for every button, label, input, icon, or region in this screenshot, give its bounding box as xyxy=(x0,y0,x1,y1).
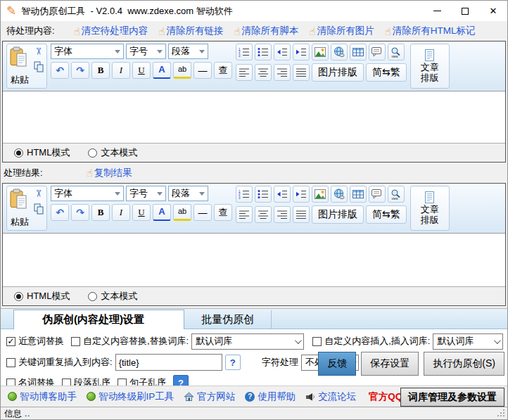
paste-button[interactable]: 粘贴 ✂ xyxy=(6,186,47,231)
tab-batch-pseudo-original[interactable]: 批量伪原创 xyxy=(184,310,272,329)
execute-pseudo-original-button[interactable]: 执行伪原创(S) xyxy=(424,352,504,376)
align-right-button[interactable] xyxy=(274,64,291,81)
custom-insert-checkbox[interactable] xyxy=(312,337,322,346)
font-color-button[interactable]: A xyxy=(153,62,171,79)
image-layout-button[interactable]: 图片排版 xyxy=(312,63,364,82)
replace-dict-combo[interactable]: 默认词库 xyxy=(191,333,304,350)
maximize-button[interactable] xyxy=(451,1,479,21)
bullet-list-button[interactable] xyxy=(255,186,272,203)
synonym-replace-checkbox[interactable] xyxy=(6,337,15,346)
custom-replace-label: 自定义内容替换,替换词库: xyxy=(83,335,189,348)
align-left-button[interactable] xyxy=(236,64,253,81)
undo-button[interactable]: ↶ xyxy=(51,204,69,221)
horizontal-rule-button[interactable]: — xyxy=(193,204,212,221)
article-layout-button[interactable]: 文章排版 xyxy=(410,186,450,231)
numbered-list-button[interactable]: 123 xyxy=(236,44,253,61)
official-website-link[interactable]: 官方网站 xyxy=(184,390,235,403)
highlight-button[interactable]: ab xyxy=(173,62,191,79)
cut-button[interactable]: ✂ xyxy=(33,47,44,56)
simplified-traditional-button[interactable]: 简⇆繁 xyxy=(366,63,407,82)
keyword-insert-checkbox[interactable] xyxy=(6,358,15,367)
outdent-button[interactable] xyxy=(274,186,291,203)
font-family-combo[interactable]: 字体 xyxy=(51,186,124,201)
align-justify-button[interactable] xyxy=(293,64,310,81)
preview-button[interactable]: view xyxy=(388,44,405,61)
paste-button[interactable]: 粘贴 ✂ xyxy=(6,44,47,89)
save-settings-button[interactable]: 保存设置 xyxy=(361,352,419,376)
settings-row-1: 近意词替换 自定义内容替换,替换词库: 默认词库 自定义内容插入,插入词库: 默… xyxy=(1,333,507,350)
custom-replace-checkbox[interactable] xyxy=(71,337,80,346)
underline-button[interactable]: U xyxy=(132,62,151,79)
feedback-button[interactable]: 反馈 xyxy=(318,352,356,376)
insert-table-button[interactable] xyxy=(350,186,367,203)
insert-comment-button[interactable] xyxy=(369,44,386,61)
copy-button[interactable] xyxy=(34,61,44,73)
clear-pending-link[interactable]: ☝清空待处理内容 xyxy=(74,25,148,37)
paragraph-combo[interactable]: 段落 xyxy=(168,44,208,59)
help-link[interactable]: 使用帮助 xyxy=(245,390,296,403)
preview-button[interactable]: view xyxy=(388,186,405,203)
insert-table-button[interactable] xyxy=(350,44,367,61)
source-editor-textarea[interactable] xyxy=(3,91,505,144)
underline-button[interactable]: U xyxy=(132,204,151,221)
undo-button[interactable]: ↶ xyxy=(51,62,69,79)
align-center-button[interactable] xyxy=(255,206,272,223)
redo-button[interactable]: ↷ xyxy=(71,204,89,221)
insert-comment-button[interactable] xyxy=(369,186,386,203)
paragraph-combo[interactable]: 段落 xyxy=(168,186,208,201)
horizontal-rule-button[interactable]: — xyxy=(193,62,212,79)
blog-assistant-link[interactable]: 智动博客助手 xyxy=(8,390,77,403)
redo-button[interactable]: ↷ xyxy=(71,62,89,79)
forum-link[interactable]: 交流论坛 xyxy=(305,390,356,403)
font-family-combo[interactable]: 字体 xyxy=(51,44,124,59)
italic-button[interactable]: I xyxy=(112,62,130,79)
font-color-button[interactable]: A xyxy=(153,204,171,221)
ip-tool-link[interactable]: 智动终级刷IP工具 xyxy=(87,390,174,403)
italic-button[interactable]: I xyxy=(112,204,130,221)
find-button[interactable]: 查 xyxy=(214,204,232,221)
find-button[interactable]: 查 xyxy=(214,62,232,79)
custom-insert-label: 自定义内容插入,插入词库: xyxy=(324,335,430,348)
result-editor-textarea[interactable] xyxy=(3,233,505,287)
dict-manage-button[interactable]: 词库管理及参数设置 xyxy=(400,388,504,407)
resize-grip[interactable] xyxy=(503,415,504,416)
source-text-mode-radio[interactable]: 文本模式 xyxy=(88,146,137,159)
outdent-button[interactable] xyxy=(274,44,291,61)
insert-image-button[interactable] xyxy=(312,44,329,61)
align-right-button[interactable] xyxy=(274,206,291,223)
keyword-input[interactable] xyxy=(115,354,222,371)
clear-scripts-link[interactable]: ☝清除所有脚本 xyxy=(234,25,298,37)
bold-button[interactable]: B xyxy=(91,62,110,79)
keyword-help-button[interactable]: ? xyxy=(225,355,241,370)
simplified-traditional-button[interactable]: 简⇆繁 xyxy=(366,205,407,224)
highlight-button[interactable]: ab xyxy=(173,204,191,221)
source-html-mode-radio[interactable]: HTML模式 xyxy=(14,146,70,159)
result-text-mode-radio[interactable]: 文本模式 xyxy=(88,290,137,303)
insert-link-button[interactable] xyxy=(331,186,348,203)
bullet-list-button[interactable] xyxy=(255,44,272,61)
image-layout-button[interactable]: 图片排版 xyxy=(312,205,364,224)
close-button[interactable]: ✕ xyxy=(479,1,507,21)
numbered-list-button[interactable]: 123 xyxy=(236,186,253,203)
tab-pseudo-original-settings[interactable]: 伪原创(内容处理)设置 xyxy=(13,310,184,329)
bold-button[interactable]: B xyxy=(91,204,110,221)
clear-html-tags-link[interactable]: ☝清除所有HTML标记 xyxy=(385,25,476,37)
article-layout-button[interactable]: 文章排版 xyxy=(410,44,450,89)
copy-button[interactable] xyxy=(34,203,44,215)
indent-button[interactable] xyxy=(293,44,310,61)
insert-link-button[interactable] xyxy=(331,44,348,61)
font-size-combo[interactable]: 字号 xyxy=(126,186,166,201)
align-center-button[interactable] xyxy=(255,64,272,81)
insert-dict-combo[interactable]: 默认词库 xyxy=(433,333,503,350)
cut-button[interactable]: ✂ xyxy=(33,189,44,198)
font-size-combo[interactable]: 字号 xyxy=(126,44,166,59)
result-html-mode-radio[interactable]: HTML模式 xyxy=(14,290,70,303)
clear-links-link[interactable]: ☝清除所有链接 xyxy=(158,25,223,37)
indent-button[interactable] xyxy=(293,186,310,203)
clear-images-link[interactable]: ☝清除所有图片 xyxy=(310,25,374,37)
copy-result-link[interactable]: ☝复制结果 xyxy=(87,167,132,179)
minimize-button[interactable] xyxy=(423,1,451,21)
insert-image-button[interactable] xyxy=(312,186,329,203)
align-left-button[interactable] xyxy=(236,206,253,223)
align-justify-button[interactable] xyxy=(293,206,310,223)
